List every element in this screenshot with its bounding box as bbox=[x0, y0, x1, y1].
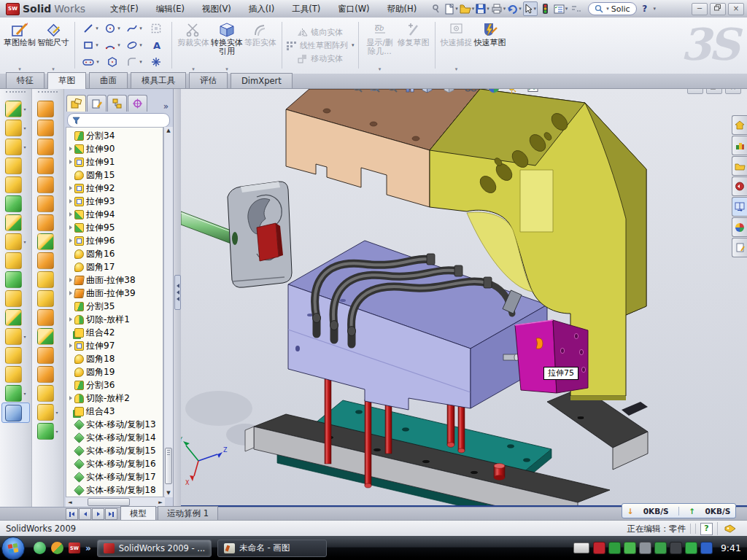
restore-button[interactable] bbox=[710, 3, 726, 15]
undo-icon[interactable]: ▾ bbox=[507, 2, 522, 15]
display-style-icon[interactable]: ▾ bbox=[441, 89, 461, 96]
arc-tool[interactable]: ▾ bbox=[101, 39, 123, 51]
security-quicklaunch-icon[interactable] bbox=[51, 542, 63, 554]
lofted-surface[interactable]: ▾ bbox=[32, 156, 63, 175]
close-button[interactable]: × bbox=[728, 3, 744, 15]
feature-tree-item[interactable]: 圆角15 bbox=[66, 168, 163, 182]
tag-icon[interactable] bbox=[724, 524, 736, 533]
combine-bodies[interactable]: ▾ bbox=[0, 251, 31, 270]
display-delete-relations-button[interactable]: 6b 显示/删除几...▾ bbox=[363, 19, 397, 72]
rebuild-icon[interactable] bbox=[539, 2, 552, 15]
doc-minimize-button[interactable]: ─ bbox=[687, 89, 703, 94]
ellipse-tool[interactable]: ▾ bbox=[123, 39, 145, 51]
spline-tool[interactable]: ▾ bbox=[123, 23, 145, 34]
taskbar-button[interactable]: 未命名 - 画图 bbox=[217, 540, 327, 557]
zoom-in-out-icon[interactable] bbox=[385, 89, 400, 96]
feature-tree-item[interactable]: 实体-移动/复制16 bbox=[66, 457, 163, 470]
feature-tree-item[interactable]: 拉伸97 bbox=[66, 339, 163, 352]
fillet[interactable]: ▾ bbox=[0, 137, 31, 156]
expand-arrow-icon[interactable] bbox=[69, 291, 72, 295]
tree-horizontal-scrollbar[interactable]: ◄ ► bbox=[66, 497, 165, 507]
menu-item[interactable]: 帮助(H) bbox=[379, 1, 426, 17]
feature-tree-item[interactable]: 拉伸93 bbox=[66, 195, 163, 208]
view-settings-icon[interactable]: ▾ bbox=[525, 89, 545, 95]
replace-face[interactable]: ▾ bbox=[32, 402, 63, 421]
revolved-boss[interactable]: ▾ bbox=[0, 156, 31, 175]
expand-arrow-icon[interactable] bbox=[69, 186, 72, 190]
menu-item[interactable]: 窗口(W) bbox=[329, 1, 378, 17]
section-view-icon[interactable] bbox=[403, 89, 417, 95]
property-manager-tab[interactable] bbox=[87, 95, 107, 112]
feature-tree-item[interactable]: 拉伸94 bbox=[66, 208, 163, 221]
zoom-area-icon[interactable] bbox=[368, 89, 383, 96]
lofted-boss[interactable]: ▾ bbox=[0, 175, 31, 194]
feature-tree-item[interactable]: 圆角17 bbox=[66, 260, 163, 273]
slot-tool[interactable]: ▾ bbox=[80, 56, 101, 68]
shell[interactable]: ▾ bbox=[0, 194, 31, 213]
offset-surface[interactable]: ▾ bbox=[32, 232, 63, 251]
ruled-surface[interactable]: ▾ bbox=[32, 137, 63, 156]
help-icon[interactable]: ? bbox=[638, 2, 651, 15]
feature-tree-item[interactable]: 实体-移动/复制14 bbox=[66, 431, 163, 444]
solidworks-search-tab[interactable] bbox=[732, 176, 747, 196]
hide-show-items-icon[interactable]: ▾ bbox=[462, 89, 484, 95]
keyboard-layout-icon[interactable] bbox=[573, 542, 589, 553]
trim-surface[interactable]: ▾ bbox=[32, 327, 63, 346]
feature-manager-tab[interactable] bbox=[66, 95, 86, 112]
measure[interactable]: ▾ bbox=[1, 402, 30, 423]
expand-arrow-icon[interactable] bbox=[69, 225, 72, 230]
linear-pattern[interactable]: ▾ bbox=[0, 232, 31, 251]
select-tool[interactable]: ▾ bbox=[523, 1, 538, 16]
network-speed-widget[interactable]: ↓ 0KB/S ↑ 0KB/S bbox=[622, 503, 736, 518]
trim-entities-button[interactable]: 剪裁实体▾ bbox=[177, 19, 210, 72]
scroll-left-icon[interactable]: ◄ bbox=[66, 499, 74, 505]
feature-tree-item[interactable]: 组合42 bbox=[66, 326, 163, 339]
feature-tree-item[interactable]: 分割36 bbox=[66, 378, 163, 392]
point-tool[interactable] bbox=[145, 57, 167, 67]
knit-surface[interactable]: ▾ bbox=[32, 270, 63, 289]
circle-tool[interactable]: ▾ bbox=[101, 23, 123, 34]
tree-filter-box[interactable] bbox=[67, 113, 170, 128]
feature-tree-item[interactable]: 拉伸91 bbox=[66, 155, 163, 168]
feature-tree-item[interactable]: 实体-移动/复制17 bbox=[66, 470, 163, 483]
hscroll-thumb[interactable] bbox=[88, 498, 130, 506]
rapid-sketch-button[interactable]: 快速草图 bbox=[473, 19, 507, 72]
feature-tree-item[interactable]: 分割35 bbox=[66, 300, 163, 313]
convert-entities-button[interactable]: 转换实体引用▾ bbox=[210, 19, 244, 72]
pin-icon[interactable] bbox=[430, 2, 443, 15]
expand-arrow-icon[interactable] bbox=[69, 396, 72, 400]
feature-tree-item[interactable]: 实体-移动/复制18 bbox=[66, 483, 163, 497]
feature-tree-item[interactable]: 切除-放样1 bbox=[66, 313, 163, 326]
polygon-tool[interactable] bbox=[101, 56, 123, 68]
dimxpert-manager-tab[interactable] bbox=[128, 95, 147, 112]
feature-tree-item[interactable]: 切除-放样2 bbox=[66, 392, 163, 405]
text-tool[interactable]: A bbox=[145, 39, 167, 51]
draft[interactable]: ▾ bbox=[0, 213, 31, 232]
toolbar-grip[interactable] bbox=[38, 91, 58, 97]
extruded-boss[interactable]: ▾ bbox=[0, 99, 31, 118]
open-icon[interactable]: ▾ bbox=[460, 2, 475, 15]
taskbar-button[interactable]: SolidWorks 2009 - ... bbox=[97, 540, 212, 557]
scroll-down-icon[interactable]: ▼ bbox=[164, 489, 173, 497]
move-entities-button[interactable]: 移动实体 bbox=[297, 53, 343, 64]
expand-arrow-icon[interactable] bbox=[69, 317, 72, 322]
file-explorer-tab[interactable] bbox=[732, 156, 747, 176]
feature-tree-item[interactable]: 实体-移动/复制15 bbox=[66, 444, 163, 457]
edit-appearance-icon[interactable] bbox=[486, 89, 502, 96]
apply-scene-icon[interactable]: ▾ bbox=[504, 89, 524, 96]
configuration-manager-tab[interactable] bbox=[107, 95, 127, 112]
radiate-surface[interactable]: ▾ bbox=[32, 251, 63, 270]
rectangle-tool[interactable]: ▾ bbox=[80, 39, 101, 51]
thicken[interactable]: ▾ bbox=[32, 289, 63, 308]
custom-properties-tab[interactable] bbox=[732, 238, 747, 257]
update-icon[interactable] bbox=[624, 542, 636, 554]
command-tab[interactable]: 模具工具 bbox=[131, 72, 186, 88]
scroll-thumb[interactable] bbox=[165, 448, 172, 484]
command-tab[interactable]: 曲面 bbox=[89, 72, 128, 88]
feature-tree-item[interactable]: 拉伸95 bbox=[66, 221, 163, 234]
split-body[interactable]: ▾ bbox=[0, 289, 31, 308]
line-tool[interactable]: ▾ bbox=[80, 23, 101, 34]
boundary-surface[interactable]: ▾ bbox=[32, 175, 63, 194]
surface-curves[interactable]: ▾ bbox=[32, 421, 63, 440]
volume-icon[interactable] bbox=[639, 542, 651, 554]
